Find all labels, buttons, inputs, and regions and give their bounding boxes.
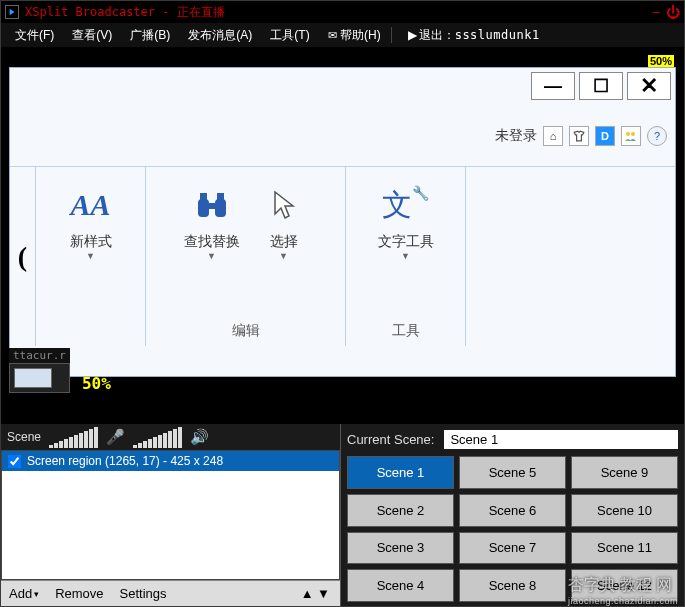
- speaker-icon[interactable]: 🔊: [190, 428, 209, 446]
- mail-icon: ✉: [328, 29, 337, 41]
- logout-username: ssslumdunk1: [455, 28, 540, 42]
- newstyle-button[interactable]: AA 新样式 ▼: [57, 175, 125, 267]
- logout-arrow-icon: ▶: [408, 28, 417, 42]
- scene-button[interactable]: Scene 3: [347, 532, 454, 565]
- users-icon[interactable]: [621, 126, 641, 146]
- svg-point-1: [626, 132, 630, 136]
- app-window: XSplit Broadcaster - 正在直播 − ⏻ 文件(F) 查看(V…: [0, 0, 685, 607]
- source-text: Screen region (1265, 17) - 425 x 248: [27, 454, 223, 468]
- scene-button[interactable]: Scene 10: [571, 494, 678, 527]
- binoculars-icon: [188, 181, 236, 229]
- home-icon[interactable]: ⌂: [543, 126, 563, 146]
- findreplace-button[interactable]: 查找替换 ▼: [174, 175, 250, 267]
- style-aa-icon: AA: [67, 181, 115, 229]
- sys-close-icon[interactable]: ✕: [627, 72, 671, 100]
- ribbon: ( AA 新样式 ▼ 查找替换 ▼: [10, 166, 675, 346]
- scene-button[interactable]: Scene 8: [459, 569, 566, 602]
- titlebar: XSplit Broadcaster - 正在直播 − ⏻: [1, 1, 684, 23]
- scene-button[interactable]: Scene 5: [459, 456, 566, 489]
- current-scene-value: Scene 1: [444, 430, 678, 449]
- sys-minimize-icon[interactable]: ―: [531, 72, 575, 100]
- scenes-panel: Current Scene: Scene 1 Scene 1Scene 5Sce…: [341, 424, 684, 606]
- scene-button[interactable]: Scene 4: [347, 569, 454, 602]
- menu-help[interactable]: ✉ 帮助(H): [320, 25, 389, 46]
- svg-point-2: [631, 132, 635, 136]
- app-logo-icon: [5, 5, 19, 19]
- paren-icon: (: [18, 241, 27, 273]
- dropdown-icon: ▼: [401, 251, 410, 261]
- current-scene-row: Current Scene: Scene 1: [347, 428, 678, 450]
- scene-grid: Scene 1Scene 5Scene 9Scene 2Scene 6Scene…: [347, 456, 678, 602]
- menu-view[interactable]: 查看(V): [64, 25, 120, 46]
- captured-window: ― ☐ ✕ 未登录 ⌂ D ? ( AA 新样式 ▼: [9, 67, 676, 377]
- reorder-buttons[interactable]: ▲ ▼: [291, 586, 340, 601]
- current-scene-label: Current Scene:: [347, 432, 434, 447]
- window-title: XSplit Broadcaster - 正在直播: [25, 4, 225, 21]
- menu-file[interactable]: 文件(F): [7, 25, 62, 46]
- dropdown-icon: ▼: [86, 251, 95, 261]
- live-status: 正在直播: [177, 5, 225, 19]
- menu-publish[interactable]: 发布消息(A): [180, 25, 260, 46]
- scene-button[interactable]: Scene 1: [347, 456, 454, 489]
- texttool-icon: 文🔧: [382, 181, 430, 229]
- preview-area: 50% ― ☐ ✕ 未登录 ⌂ D ? ( AA 新样式: [1, 47, 684, 417]
- scene-button[interactable]: Scene 6: [459, 494, 566, 527]
- ribbon-group-style: AA 新样式 ▼: [36, 167, 146, 346]
- svg-marker-0: [10, 9, 15, 15]
- ribbon-group-tool: 文🔧 文字工具 ▼ 工具: [346, 167, 466, 346]
- shirt-icon[interactable]: [569, 126, 589, 146]
- select-button[interactable]: 选择 ▼: [250, 175, 318, 267]
- mic-icon[interactable]: 🎤: [106, 428, 125, 446]
- captured-header: 未登录 ⌂ D ?: [495, 126, 667, 146]
- source-list[interactable]: Screen region (1265, 17) - 425 x 248: [1, 450, 340, 580]
- sys-maximize-icon[interactable]: ☐: [579, 72, 623, 100]
- svg-rect-6: [200, 193, 207, 201]
- help-icon[interactable]: ?: [647, 126, 667, 146]
- texttool-button[interactable]: 文🔧 文字工具 ▼: [368, 175, 444, 267]
- menu-broadcast[interactable]: 广播(B): [122, 25, 178, 46]
- source-item[interactable]: Screen region (1265, 17) - 425 x 248: [2, 451, 339, 471]
- menu-tools[interactable]: 工具(T): [262, 25, 317, 46]
- source-buttons: Add▾ Remove Settings ▲ ▼: [1, 580, 340, 606]
- remove-button[interactable]: Remove: [47, 583, 111, 604]
- source-checkbox[interactable]: [8, 455, 21, 468]
- sys-buttons: ― ☐ ✕: [531, 68, 675, 104]
- svg-rect-7: [217, 193, 224, 201]
- scene-button[interactable]: Scene 11: [571, 532, 678, 565]
- menubar: 文件(F) 查看(V) 广播(B) 发布消息(A) 工具(T) ✉ 帮助(H) …: [1, 23, 684, 47]
- mic-meter[interactable]: [49, 427, 98, 448]
- close-icon[interactable]: ⏻: [666, 4, 680, 20]
- scene-label: Scene: [7, 430, 41, 444]
- scene-button[interactable]: Scene 12: [571, 569, 678, 602]
- ribbon-edge: (: [10, 167, 36, 346]
- logout-button[interactable]: ▶ 退出： ssslumdunk1: [400, 25, 548, 46]
- speaker-meter[interactable]: [133, 427, 182, 448]
- dropdown-icon: ▼: [207, 251, 216, 261]
- app-name: XSplit Broadcaster: [25, 5, 155, 19]
- scene-button[interactable]: Scene 2: [347, 494, 454, 527]
- scene-button[interactable]: Scene 7: [459, 532, 566, 565]
- minimize-icon[interactable]: −: [652, 4, 660, 20]
- login-status: 未登录: [495, 127, 537, 145]
- ribbon-group-edit: 查找替换 ▼ 选择 ▼ 编辑: [146, 167, 346, 346]
- svg-rect-5: [207, 203, 217, 209]
- group-label-edit: 编辑: [232, 322, 260, 340]
- cursor-icon: [260, 181, 308, 229]
- zoom-badge: 50%: [648, 55, 674, 67]
- bottom-panel: Scene 🎤 🔊 Screen region (1265, 17) - 425…: [1, 423, 684, 606]
- d-icon[interactable]: D: [595, 126, 615, 146]
- dropdown-icon: ▼: [279, 251, 288, 261]
- audio-bar: Scene 🎤 🔊: [1, 424, 340, 450]
- add-button[interactable]: Add▾: [1, 583, 47, 604]
- settings-button[interactable]: Settings: [112, 583, 175, 604]
- dropdown-icon: ▾: [34, 589, 39, 599]
- group-label-tool: 工具: [392, 322, 420, 340]
- scene-button[interactable]: Scene 9: [571, 456, 678, 489]
- sources-panel: Scene 🎤 🔊 Screen region (1265, 17) - 425…: [1, 424, 341, 606]
- menu-separator: [391, 27, 392, 43]
